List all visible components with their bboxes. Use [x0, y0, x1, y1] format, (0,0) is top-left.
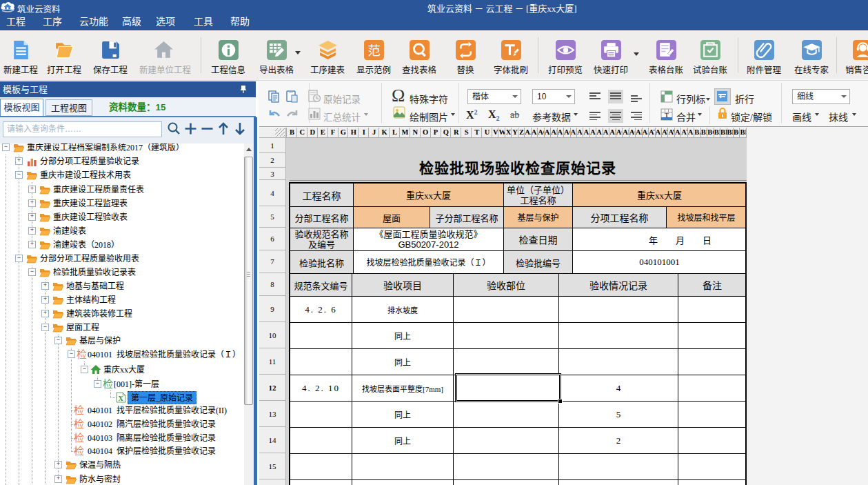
svg-text:T: T — [665, 112, 669, 119]
svg-text:范: 范 — [367, 43, 381, 58]
